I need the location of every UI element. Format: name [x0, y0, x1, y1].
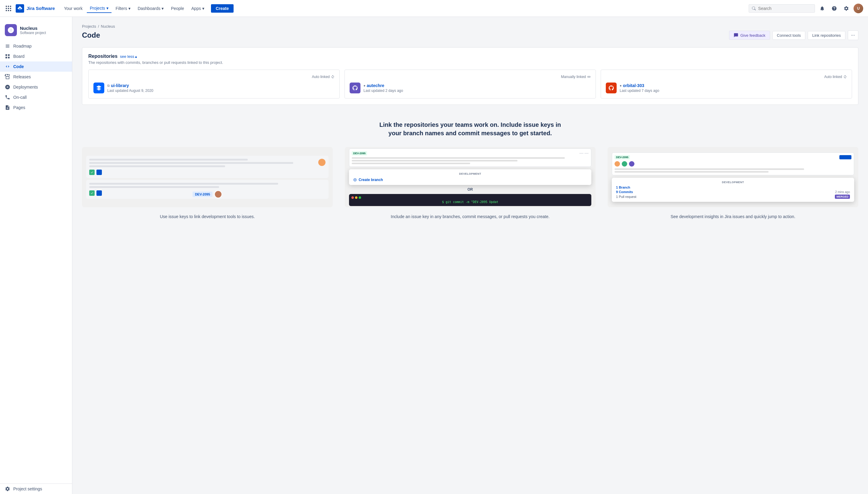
search-box[interactable] [749, 4, 815, 13]
repo-card-orbital-303[interactable]: Auto linked ● [601, 70, 852, 98]
sidebar-project[interactable]: Nucleus Software project [0, 22, 72, 41]
sync-icon-2 [843, 75, 847, 79]
repo-name: orbital-303 [623, 83, 644, 88]
promo-card-text-1: Use issue keys to link development tools… [82, 213, 333, 220]
sidebar-item-roadmap[interactable]: Roadmap [0, 41, 72, 51]
promo-section: Link the repositories your teams work on… [82, 114, 858, 226]
app-layout: Nucleus Software project Roadmap Board [0, 17, 868, 494]
repo-updated: Last updated 7 days ago [620, 89, 659, 93]
repo-updated: Last updated 2 days ago [364, 89, 403, 93]
repo-updated: Last updated August 9, 2020 [107, 89, 153, 93]
repo-name: autechre [367, 83, 384, 88]
svg-rect-6 [6, 10, 7, 11]
chevron-down-icon: ▾ [162, 6, 164, 11]
source-icon-bitbucket: ⧉ [107, 84, 110, 88]
breadcrumb-projects[interactable]: Projects [82, 24, 96, 28]
illustration-link-tools: DEV-2095 [82, 147, 333, 207]
link-type-label: Auto linked [824, 75, 842, 79]
repo-card-autechre[interactable]: Manually linked ● [345, 70, 596, 98]
promo-cards: DEV-2095 Use issue keys to link developm… [82, 147, 858, 220]
nav-dashboards[interactable]: Dashboards ▾ [135, 4, 167, 13]
project-icon [5, 24, 17, 36]
sidebar-item-oncall[interactable]: On-call [0, 92, 72, 102]
sidebar: Nucleus Software project Roadmap Board [0, 17, 72, 494]
page-actions: Give feedback Connect tools Link reposit… [729, 31, 858, 40]
topnav-right: U [749, 4, 863, 13]
deployments-icon [5, 84, 10, 90]
repo-name: ui-library [111, 83, 129, 88]
sidebar-item-code[interactable]: Code [0, 61, 72, 72]
project-type: Software project [20, 31, 67, 35]
svg-rect-4 [8, 8, 9, 9]
app-name: Jira Software [26, 6, 55, 11]
promo-card-text-2: Include an issue key in any branches, co… [345, 213, 595, 220]
sidebar-item-board[interactable]: Board [0, 51, 72, 61]
link-type-label: Manually linked [561, 75, 586, 79]
link-type-label: Auto linked [312, 75, 330, 79]
repos-subtitle: The repositories with commits, branches … [88, 60, 852, 65]
releases-icon [5, 74, 10, 79]
repo-icon-orbital-303 [606, 82, 617, 93]
project-name: Nucleus [20, 25, 67, 31]
sidebar-item-project-settings[interactable]: Project settings [0, 484, 72, 494]
promo-card-text-3: See development insights in Jira issues … [608, 213, 858, 220]
pages-icon [5, 105, 10, 110]
promo-card-link-tools: DEV-2095 Use issue keys to link developm… [82, 147, 333, 220]
repos-grid: Auto linked ⧉ [88, 70, 852, 98]
breadcrumb-nucleus[interactable]: Nucleus [101, 24, 115, 28]
svg-rect-2 [10, 6, 11, 7]
chevron-up-icon: ▴ [135, 54, 137, 59]
search-icon [752, 6, 756, 11]
sidebar-item-pages[interactable]: Pages [0, 102, 72, 113]
code-icon [5, 64, 10, 69]
breadcrumb: Projects / Nucleus [82, 24, 858, 28]
page-title: Code [82, 31, 100, 39]
svg-rect-7 [8, 10, 9, 11]
settings-icon [5, 486, 10, 492]
link-repositories-button[interactable]: Link repositories [808, 31, 845, 40]
give-feedback-button[interactable]: Give feedback [729, 31, 770, 40]
nav-filters[interactable]: Filters ▾ [113, 4, 133, 13]
repo-card-ui-library[interactable]: Auto linked ⧉ [88, 70, 340, 98]
promo-card-see-insights: DEV-2095 [608, 147, 858, 220]
notifications-button[interactable] [817, 4, 827, 13]
promo-card-include-key: DEV-2095 [345, 147, 595, 220]
nav-apps[interactable]: Apps ▾ [188, 4, 207, 13]
repo-icon-autechre [350, 82, 361, 93]
promo-title: Link the repositories your teams work on… [82, 120, 858, 137]
app-logo[interactable]: Jira Software [16, 4, 55, 13]
repo-icon-ui-library [93, 82, 104, 93]
roadmap-icon [5, 43, 10, 49]
connect-tools-button[interactable]: Connect tools [773, 31, 806, 40]
nav-projects[interactable]: Projects ▾ [87, 4, 112, 13]
nav-people[interactable]: People [168, 4, 187, 13]
oncall-icon [5, 95, 10, 100]
settings-button[interactable] [842, 4, 851, 13]
create-button[interactable]: Create [211, 4, 234, 13]
source-icon-github-2: ● [620, 84, 622, 87]
user-avatar[interactable]: U [853, 4, 863, 13]
page-header: Code Give feedback Connect tools Link re… [82, 31, 858, 40]
grid-icon[interactable] [5, 5, 12, 12]
top-navigation: Jira Software Your work Projects ▾ Filte… [0, 0, 868, 17]
source-icon-github: ● [364, 84, 366, 87]
svg-rect-0 [6, 6, 7, 7]
svg-rect-8 [10, 10, 11, 11]
nav-your-work[interactable]: Your work [61, 4, 86, 13]
sidebar-item-releases[interactable]: Releases [0, 72, 72, 82]
sidebar-bottom: Project settings [0, 483, 72, 494]
chevron-down-icon: ▾ [106, 6, 109, 11]
repos-header: Repositories see less ▴ [88, 54, 852, 59]
chevron-down-icon: ▾ [128, 6, 130, 11]
see-less-button[interactable]: see less ▴ [120, 54, 137, 59]
help-button[interactable] [829, 4, 839, 13]
sidebar-nav: Roadmap Board Code Releases [0, 41, 72, 113]
sync-icon [331, 75, 335, 79]
illustration-see-insights: DEV-2095 [608, 147, 858, 207]
main-content: Projects / Nucleus Code Give feedback Co… [72, 17, 868, 494]
chevron-down-icon: ▾ [202, 6, 204, 11]
sidebar-item-deployments[interactable]: Deployments [0, 82, 72, 92]
search-input[interactable] [758, 6, 812, 11]
repos-title: Repositories [88, 54, 117, 59]
more-actions-button[interactable]: ··· [848, 31, 858, 40]
